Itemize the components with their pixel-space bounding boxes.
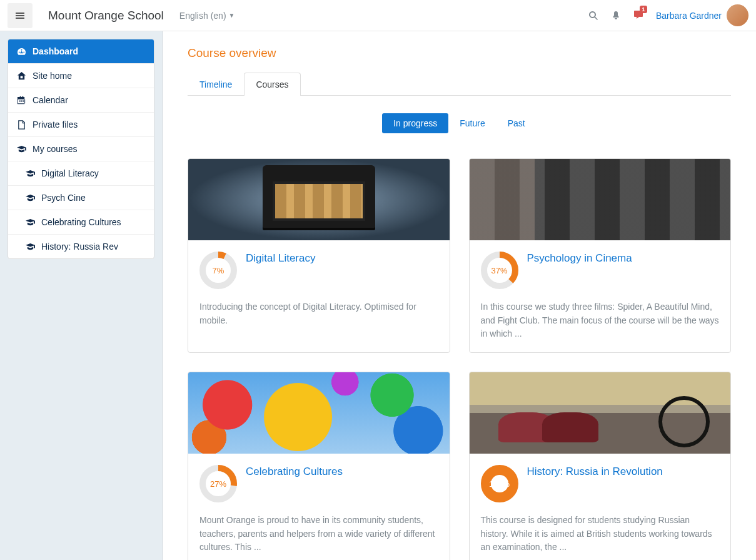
course-grid: 7% Digital Literacy Introducing the conc… xyxy=(188,158,731,560)
course-title-link[interactable]: Digital Literacy xyxy=(246,252,316,265)
course-card: 37% Psychology in Cinema In this course … xyxy=(469,158,732,353)
course-title-link[interactable]: History: Russia in Revolution xyxy=(527,465,663,479)
course-thumbnail[interactable] xyxy=(188,372,450,454)
overview-tabs: TimelineCourses xyxy=(188,73,731,96)
progress-percent: 100% xyxy=(481,465,518,502)
course-description: This course is designed for students stu… xyxy=(481,514,720,554)
user-name: Barbara Gardner xyxy=(656,11,722,21)
hamburger-icon xyxy=(15,11,25,21)
course-description: Introducing the concept of Digital Liter… xyxy=(199,300,438,327)
nav-list: Dashboard Site home Calendar Private fil… xyxy=(8,39,154,259)
user-menu[interactable]: Barbara Gardner xyxy=(656,4,748,26)
course-thumbnail[interactable] xyxy=(188,159,450,240)
nav-drawer: Dashboard Site home Calendar Private fil… xyxy=(0,31,163,560)
sidebar-item-dashboard[interactable]: Dashboard xyxy=(8,39,154,64)
pill-in-progress[interactable]: In progress xyxy=(382,113,448,133)
sidebar-item-celebrating-cultures[interactable]: Celebrating Cultures xyxy=(8,210,154,235)
avatar xyxy=(727,4,748,26)
language-dropdown[interactable]: English (en) ▼ xyxy=(179,11,235,21)
sidebar-item-label: Psych Cine xyxy=(41,193,86,203)
sidebar-item-site-home[interactable]: Site home xyxy=(8,64,154,88)
course-description: In this course we study three films: Spi… xyxy=(481,300,720,341)
main-region: Course overview TimelineCourses In progr… xyxy=(163,31,756,560)
message-badge: 1 xyxy=(640,6,647,13)
sidebar-item-label: Dashboard xyxy=(33,46,78,56)
sidebar-item-digital-literacy[interactable]: Digital Literacy xyxy=(8,161,154,186)
navbar-right: 1 Barbara Gardner xyxy=(588,4,748,26)
progress-donut: 100% xyxy=(481,465,518,502)
course-title-link[interactable]: Psychology in Cinema xyxy=(527,252,632,265)
course-thumbnail[interactable] xyxy=(470,372,731,454)
progress-donut: 27% xyxy=(199,465,237,502)
graduation-icon xyxy=(26,218,35,227)
tab-courses[interactable]: Courses xyxy=(244,73,300,96)
sidebar-item-private-files[interactable]: Private files xyxy=(8,113,154,137)
sidebar-item-label: Site home xyxy=(33,71,72,81)
messages-toggle[interactable]: 1 xyxy=(633,9,643,21)
tachometer-icon xyxy=(17,47,26,56)
course-description: Mount Orange is proud to have in its com… xyxy=(199,514,438,554)
bell-icon[interactable] xyxy=(611,11,621,21)
file-icon xyxy=(17,120,26,130)
home-icon xyxy=(17,71,26,81)
course-card: 100% History: Russia in Revolution This … xyxy=(469,372,732,560)
graduation-icon xyxy=(17,145,26,154)
graduation-icon xyxy=(26,169,35,178)
nav-drawer-toggle[interactable] xyxy=(8,3,33,28)
top-navbar: Mount Orange School English (en) ▼ 1 Bar… xyxy=(0,0,756,31)
pill-future[interactable]: Future xyxy=(448,113,496,133)
progress-percent: 7% xyxy=(199,252,237,289)
page-title: Course overview xyxy=(188,46,731,60)
progress-donut: 7% xyxy=(199,252,237,289)
sidebar-item-calendar[interactable]: Calendar xyxy=(8,88,154,113)
sidebar-item-my-courses[interactable]: My courses xyxy=(8,137,154,161)
course-card: 7% Digital Literacy Introducing the conc… xyxy=(188,158,450,353)
calendar-icon xyxy=(17,96,26,105)
progress-percent: 27% xyxy=(199,465,237,502)
site-brand[interactable]: Mount Orange School xyxy=(48,9,164,23)
caret-down-icon: ▼ xyxy=(229,12,235,19)
tab-timeline[interactable]: Timeline xyxy=(188,73,244,96)
graduation-icon xyxy=(26,242,35,252)
pill-past[interactable]: Past xyxy=(496,113,537,133)
course-filter-pills: In progressFuturePast xyxy=(188,113,731,133)
graduation-icon xyxy=(26,193,35,203)
sidebar-item-label: Calendar xyxy=(33,95,68,105)
sidebar-item-label: Celebrating Cultures xyxy=(41,217,121,227)
sidebar-item-label: Private files xyxy=(33,120,78,130)
language-label: English (en) xyxy=(179,11,226,21)
sidebar-item-label: My courses xyxy=(33,144,78,154)
sidebar-item-label: Digital Literacy xyxy=(41,168,99,178)
progress-donut: 37% xyxy=(481,252,518,289)
sidebar-item-psych-cine[interactable]: Psych Cine xyxy=(8,186,154,210)
sidebar-item-label: History: Russia Rev xyxy=(41,242,118,252)
search-icon[interactable] xyxy=(588,11,598,21)
course-card: 27% Celebrating Cultures Mount Orange is… xyxy=(188,372,450,560)
course-title-link[interactable]: Celebrating Cultures xyxy=(246,465,343,479)
course-thumbnail[interactable] xyxy=(470,159,731,240)
progress-percent: 37% xyxy=(481,252,518,289)
sidebar-item-history-russia-rev[interactable]: History: Russia Rev xyxy=(8,235,154,258)
